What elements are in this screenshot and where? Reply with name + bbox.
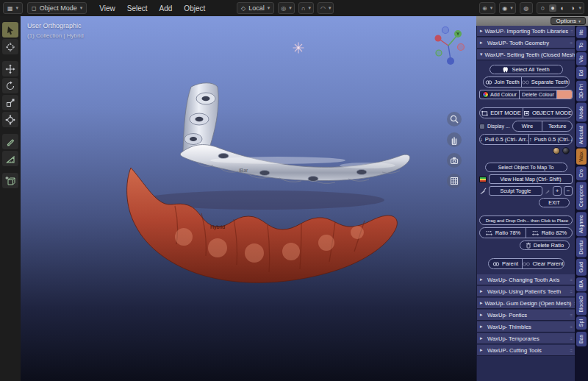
- panel-importing-tooth-libraries[interactable]: ▸ WaxUP- Importing Tooth Libraries ::::: [477, 26, 575, 37]
- axis-x-neg[interactable]: [458, 44, 465, 51]
- tool-transform[interactable]: [2, 112, 18, 127]
- separate-teeth-button[interactable]: Separate Teeth: [521, 77, 569, 87]
- clear-parent-button[interactable]: Clear Parent: [522, 259, 563, 268]
- edit-mode-button[interactable]: EDIT MODE: [480, 108, 523, 118]
- chevron-down-icon: ▾: [16, 5, 19, 11]
- panel-changing-tooth-axis[interactable]: ▸ WaxUp- Changing Tooth Axis ::::: [477, 274, 575, 285]
- tab-denture[interactable]: Dentu: [576, 238, 587, 257]
- panel-tooth-geometry[interactable]: ▸ WaxUP- Tooth Geometry ::::: [477, 38, 575, 49]
- pan-button[interactable]: [447, 132, 462, 147]
- metal-bar[interactable]: [180, 145, 409, 184]
- perspective-toggle-button[interactable]: [447, 174, 462, 188]
- editor-type-dropdown[interactable]: ▦ ▾: [3, 2, 23, 14]
- tab-base[interactable]: Bas: [576, 332, 587, 346]
- tab-alignment[interactable]: Alignme: [576, 212, 587, 236]
- overlays-toggle-dropdown[interactable]: ◉ ▾: [499, 2, 516, 14]
- parent-button[interactable]: Parent: [489, 259, 523, 268]
- panel-setting-teeth[interactable]: ▾ WaxUP- Setting Teeth (Closed Mesh) :::…: [477, 49, 575, 60]
- tab-articulate[interactable]: Articulat: [576, 123, 587, 147]
- pivot-point-dropdown[interactable]: ◎ ▾: [278, 2, 295, 14]
- tool-annotate[interactable]: [2, 134, 18, 149]
- menu-select[interactable]: Select: [122, 3, 153, 14]
- delete-ratio-button[interactable]: Delete Ratio: [520, 241, 570, 250]
- tool-rotate[interactable]: [2, 78, 18, 93]
- add-colour-button[interactable]: Add Colour: [480, 90, 520, 99]
- gizmos-toggle-dropdown[interactable]: ⊕ ▾: [479, 2, 495, 14]
- dental-model-scene[interactable]: [21, 16, 476, 381]
- menu-add[interactable]: Add: [154, 3, 178, 14]
- shading-rendered-button[interactable]: ◑: [569, 4, 576, 12]
- panel-temporaries[interactable]: ▸ WaxUp- Temporaries ::::: [477, 333, 575, 344]
- view-heat-map-button[interactable]: View Heat Map (Ctrl- Shift): [489, 174, 573, 184]
- matcap-sphere-dark[interactable]: [562, 147, 570, 154]
- menu-view[interactable]: View: [94, 3, 121, 14]
- tab-mode[interactable]: Mode: [576, 103, 587, 122]
- zoom-button[interactable]: [447, 112, 462, 127]
- tab-edit[interactable]: Ed: [576, 67, 587, 79]
- snap-dropdown[interactable]: ∩ ▾: [298, 2, 314, 14]
- xray-toggle[interactable]: ◍: [520, 2, 533, 14]
- viewport-overlay-text: User Orthographic (1) Collection | Hybri…: [27, 21, 84, 40]
- tab-blockout[interactable]: BlockO: [576, 293, 587, 316]
- tab-3d-print[interactable]: 3D-Pri: [576, 81, 587, 102]
- cursor-icon: [5, 42, 15, 52]
- axis-z[interactable]: [447, 57, 454, 65]
- tab-tool[interactable]: To: [576, 40, 587, 51]
- join-teeth-button[interactable]: Join Teeth: [484, 77, 521, 87]
- tab-guide[interactable]: Guid: [576, 259, 587, 276]
- pull-button[interactable]: ↓ Pull 0.5 (Ctrl- Arr..: [480, 135, 528, 144]
- bar-highlight: [210, 157, 345, 164]
- axis-y-neg[interactable]: [436, 50, 442, 56]
- shading-material-button[interactable]: ◐: [559, 4, 566, 12]
- exit-button[interactable]: EXIT: [539, 198, 570, 207]
- axis-z-neg[interactable]: [442, 27, 449, 34]
- panel-thimbles[interactable]: ▸ WaxUp- Thimbles ::::: [477, 321, 575, 332]
- tool-measure[interactable]: [2, 151, 18, 166]
- tab-components[interactable]: Compone: [576, 182, 587, 210]
- colour-swatch[interactable]: [557, 90, 572, 99]
- tab-item[interactable]: Ite: [576, 26, 587, 38]
- tab-crown[interactable]: Cro: [576, 166, 587, 180]
- tool-3d-cursor[interactable]: [2, 39, 18, 54]
- ratio-78-button[interactable]: Ratio 78%: [480, 228, 526, 238]
- gum-teeth-mesh[interactable]: [127, 168, 398, 282]
- tool-scale[interactable]: [2, 95, 18, 110]
- shading-solid-button[interactable]: ●: [549, 4, 556, 12]
- drag-drop-button[interactable]: Drag and Drop Orth... then Click to Plac…: [479, 216, 573, 225]
- transform-orientation-dropdown[interactable]: ◇ Local ▾: [237, 2, 274, 14]
- display-checkbox[interactable]: [479, 124, 485, 129]
- sculpt-add-button[interactable]: +: [553, 186, 562, 196]
- menu-object[interactable]: Object: [179, 3, 210, 14]
- 3d-viewport[interactable]: User Orthographic (1) Collection | Hybri…: [21, 16, 476, 381]
- panel-pontics[interactable]: ▸ WaxUp- Pontics ::::: [477, 310, 575, 321]
- options-dropdown[interactable]: Options ▾: [551, 17, 586, 25]
- wire-button[interactable]: Wire: [513, 121, 542, 131]
- tab-wax[interactable]: Wax: [576, 149, 587, 165]
- camera-view-button[interactable]: [447, 153, 462, 168]
- tool-add-cube[interactable]: [2, 173, 18, 188]
- sculpt-subtract-button[interactable]: −: [564, 186, 573, 196]
- axis-x[interactable]: [435, 35, 442, 42]
- proportional-edit-dropdown[interactable]: ◠ ▾: [318, 2, 334, 14]
- delete-colour-button[interactable]: Delete Colour: [520, 90, 557, 99]
- panel-gum-design[interactable]: ▸ WaxUp- Gum Design (Open Mesh) ::::: [477, 298, 575, 309]
- panel-using-patients-teeth[interactable]: ▸ WaxUp- Using Patient's Teeth ::::: [477, 286, 575, 297]
- matcap-sphere-light[interactable]: [553, 147, 560, 154]
- navigation-gizmo[interactable]: Y: [431, 25, 467, 69]
- texture-button[interactable]: Texture: [542, 121, 572, 131]
- shading-wireframe-button[interactable]: ○: [539, 4, 546, 12]
- ratio-82-button[interactable]: Ratio 82%: [526, 228, 572, 238]
- mode-dropdown[interactable]: ◻ Object Mode ▾: [27, 2, 87, 14]
- tab-view[interactable]: Vie: [576, 52, 587, 65]
- select-all-teeth-button[interactable]: Select All Teeth: [490, 65, 563, 74]
- tool-select-box[interactable]: [2, 22, 18, 38]
- push-button[interactable]: ↑ Push 0.5 (Ctrl- Ar..: [528, 135, 573, 144]
- sculpt-toggle-button[interactable]: Sculpt Toggle: [489, 186, 542, 196]
- select-object-to-map-button[interactable]: Select Object To Map To: [485, 163, 567, 172]
- object-mode-button[interactable]: OBJECT MODE: [523, 108, 572, 118]
- bar-highlight-2: [340, 163, 395, 168]
- tab-splint[interactable]: Spl: [576, 316, 587, 330]
- panel-cutting-tools[interactable]: ▸ WaxUP- Cutting Tools ::::: [477, 345, 575, 356]
- tool-move[interactable]: [2, 61, 18, 76]
- tab-iba[interactable]: IBA: [576, 277, 587, 291]
